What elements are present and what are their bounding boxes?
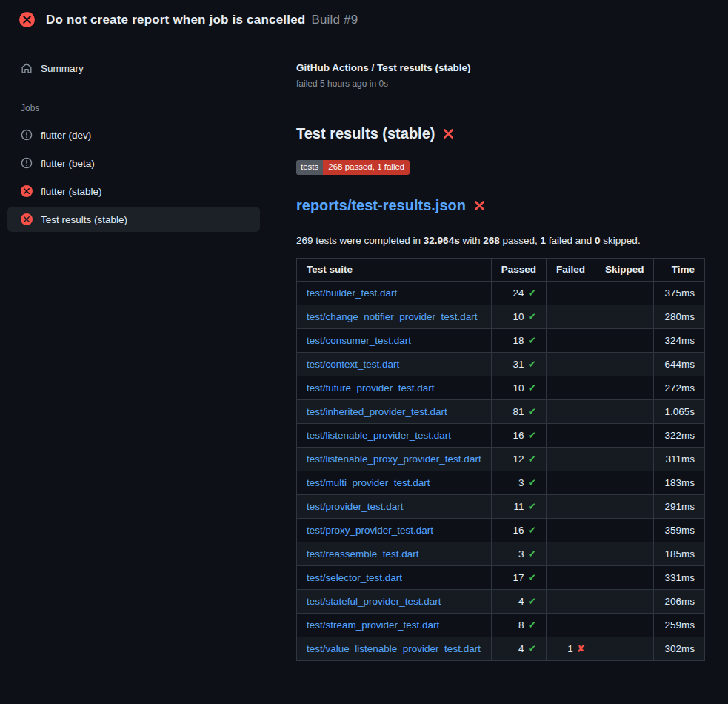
failed-cell xyxy=(546,305,595,328)
failed-cell xyxy=(546,281,595,305)
check-icon: ✔ xyxy=(528,572,536,583)
badge-label: tests xyxy=(296,160,323,175)
passed-cell: 3✔ xyxy=(491,542,546,565)
suite-link[interactable]: test/value_listenable_provider_test.dart xyxy=(307,643,481,654)
suite-link[interactable]: test/multi_provider_test.dart xyxy=(307,477,430,488)
count-value: 3 xyxy=(518,548,524,559)
passed-cell: 4✔ xyxy=(491,589,546,613)
column-header: Failed xyxy=(546,258,595,281)
job-status-icon xyxy=(21,129,33,141)
failed-cell xyxy=(546,447,595,471)
time-cell: 280ms xyxy=(654,305,705,328)
skipped-cell xyxy=(595,637,654,660)
jobs-list: flutter (dev) flutter (beta) flutter (st… xyxy=(0,122,296,232)
sidebar-job-item[interactable]: Test results (stable) xyxy=(7,207,260,232)
time-cell: 291ms xyxy=(654,494,705,518)
passed-cell: 17✔ xyxy=(491,565,546,589)
time-cell: 1.065s xyxy=(654,399,705,423)
sidebar: Summary Jobs flutter (dev) flutter (beta… xyxy=(0,38,296,235)
suite-link[interactable]: test/stateful_provider_test.dart xyxy=(307,596,441,607)
count-value: 1 xyxy=(567,643,573,654)
badge-value: 268 passed, 1 failed xyxy=(323,160,410,175)
sidebar-job-item[interactable]: flutter (beta) xyxy=(7,150,260,176)
suite-link[interactable]: test/builder_test.dart xyxy=(307,288,397,299)
check-icon: ✔ xyxy=(528,335,536,346)
results-table: Test suitePassedFailedSkippedTime test/b… xyxy=(296,258,705,661)
results-table-body: test/builder_test.dart 24✔ 375ms test/ch… xyxy=(297,281,705,660)
suite-cell: test/provider_test.dart xyxy=(297,494,492,518)
passed-cell: 16✔ xyxy=(491,518,546,542)
count-value: 81 xyxy=(513,406,524,417)
failed-cell xyxy=(546,613,595,637)
jobs-heading: Jobs xyxy=(0,84,296,122)
skipped-cell xyxy=(595,518,654,542)
suite-link[interactable]: test/consumer_test.dart xyxy=(307,335,411,346)
sidebar-job-item[interactable]: flutter (stable) xyxy=(7,179,260,204)
failed-x-icon xyxy=(473,199,486,212)
skipped-cell xyxy=(595,423,654,447)
table-row: test/selector_test.dart 17✔ 331ms xyxy=(297,565,705,589)
suite-link[interactable]: test/future_provider_test.dart xyxy=(307,382,435,393)
passed-cell: 81✔ xyxy=(491,399,546,423)
sidebar-job-item[interactable]: flutter (dev) xyxy=(7,122,260,147)
failed-cell xyxy=(546,494,595,518)
suite-cell: test/context_test.dart xyxy=(297,352,492,376)
run-title: Do not create report when job is cancell… xyxy=(46,13,358,27)
skipped-cell xyxy=(595,613,654,637)
skipped-cell xyxy=(595,589,654,613)
passed-cell: 3✔ xyxy=(491,471,546,494)
passed-cell: 8✔ xyxy=(491,613,546,637)
summary-label: Summary xyxy=(41,63,84,74)
tests-badge: tests 268 passed, 1 failed xyxy=(296,160,410,175)
suite-link[interactable]: test/proxy_provider_test.dart xyxy=(307,525,433,536)
check-icon: ✔ xyxy=(528,311,536,322)
check-icon: ✔ xyxy=(528,382,536,393)
passed-cell: 10✔ xyxy=(491,376,546,399)
table-row: test/context_test.dart 31✔ 644ms xyxy=(297,352,705,376)
suite-link[interactable]: test/reassemble_test.dart xyxy=(307,548,419,559)
section-title-text: Test results (stable) xyxy=(296,125,435,142)
suite-link[interactable]: test/context_test.dart xyxy=(307,359,399,370)
report-title: reports/test-results.json xyxy=(296,197,705,222)
check-icon: ✔ xyxy=(528,288,536,299)
skipped-cell xyxy=(595,328,654,352)
suite-link[interactable]: test/inherited_provider_test.dart xyxy=(307,406,447,417)
skipped-cell xyxy=(595,352,654,376)
passed-cell: 31✔ xyxy=(491,352,546,376)
suite-link[interactable]: test/provider_test.dart xyxy=(307,501,404,512)
suite-cell: test/consumer_test.dart xyxy=(297,328,492,352)
passed-cell: 4✔ xyxy=(491,637,546,660)
sidebar-item-summary[interactable]: Summary xyxy=(7,56,260,81)
home-icon xyxy=(21,62,33,74)
skipped-cell xyxy=(595,281,654,305)
suite-cell: test/stream_provider_test.dart xyxy=(297,613,492,637)
passed-cell: 12✔ xyxy=(491,447,546,471)
suite-cell: test/builder_test.dart xyxy=(297,281,492,305)
report-link[interactable]: reports/test-results.json xyxy=(296,197,466,214)
check-icon: ✔ xyxy=(528,525,536,536)
job-label: flutter (stable) xyxy=(41,186,102,197)
suite-link[interactable]: test/stream_provider_test.dart xyxy=(307,620,439,631)
count-value: 31 xyxy=(513,359,524,370)
suite-link[interactable]: test/listenable_provider_test.dart xyxy=(307,430,451,441)
suite-link[interactable]: test/listenable_proxy_provider_test.dart xyxy=(307,454,481,465)
suite-cell: test/inherited_provider_test.dart xyxy=(297,399,492,423)
failed-cell xyxy=(546,376,595,399)
suite-link[interactable]: test/selector_test.dart xyxy=(307,572,402,583)
job-status-icon xyxy=(21,157,33,169)
skipped-cell xyxy=(595,542,654,565)
count-value: 18 xyxy=(513,335,524,346)
table-row: test/multi_provider_test.dart 3✔ 183ms xyxy=(297,471,705,494)
time-cell: 183ms xyxy=(654,471,705,494)
divider xyxy=(296,104,705,104)
table-row: test/reassemble_test.dart 3✔ 185ms xyxy=(297,542,705,565)
failed-cell: 1✘ xyxy=(546,637,595,660)
suite-link[interactable]: test/change_notifier_provider_test.dart xyxy=(307,311,477,322)
check-icon: ✔ xyxy=(528,406,536,417)
run-header: Do not create report when job is cancell… xyxy=(0,0,728,38)
failed-cell xyxy=(546,542,595,565)
table-row: test/future_provider_test.dart 10✔ 272ms xyxy=(297,376,705,399)
job-status-icon xyxy=(21,213,33,225)
time-cell: 331ms xyxy=(654,565,705,589)
count-value: 17 xyxy=(513,572,524,583)
